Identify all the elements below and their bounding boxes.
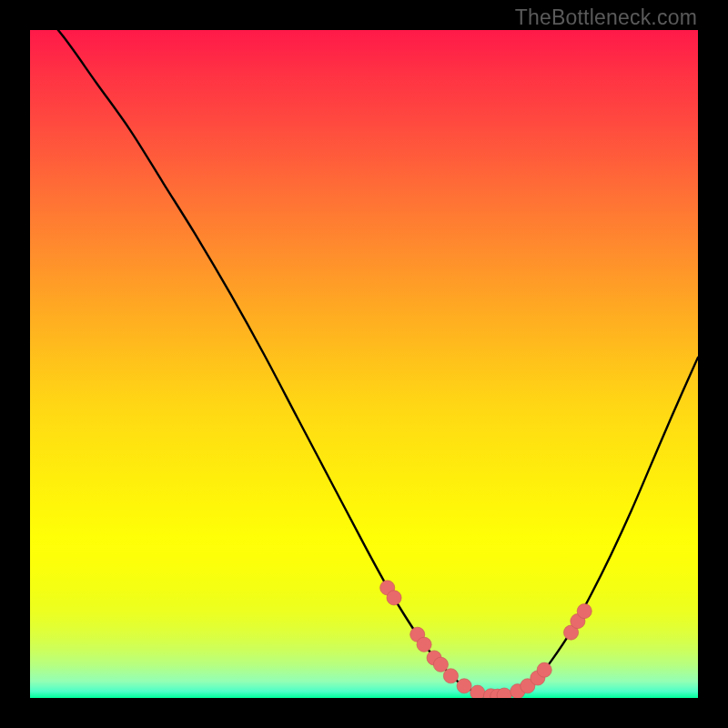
data-marker	[470, 685, 485, 698]
chart-svg	[30, 30, 698, 698]
data-marker	[387, 591, 401, 605]
bottleneck-curve	[30, 30, 698, 697]
data-marker	[577, 604, 592, 619]
marker-layer	[380, 581, 592, 698]
data-marker	[457, 679, 471, 693]
watermark-text: TheBottleneck.com	[515, 5, 697, 30]
curve-layer	[30, 30, 698, 697]
data-marker	[417, 637, 431, 652]
data-marker	[443, 669, 458, 683]
plot-area	[30, 30, 698, 698]
data-marker	[433, 657, 448, 672]
chart-frame: TheBottleneck.com	[0, 0, 728, 728]
data-marker	[537, 662, 551, 677]
